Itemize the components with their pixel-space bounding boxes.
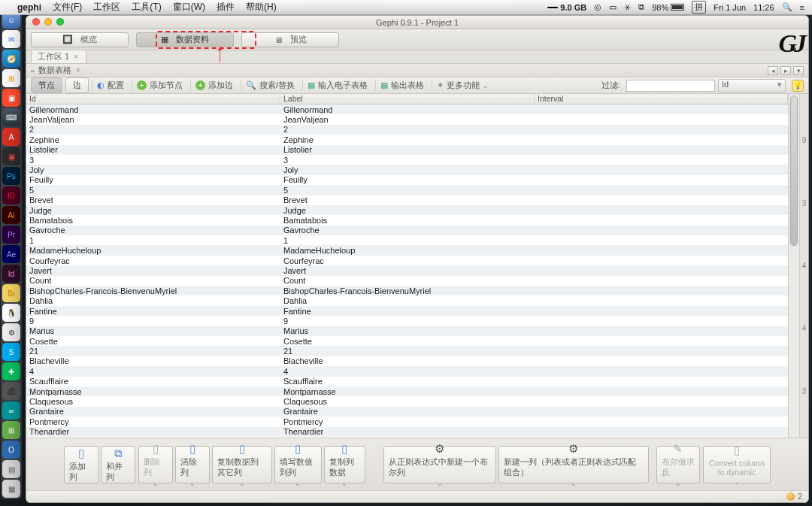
- dock-item[interactable]: 🐧: [2, 304, 20, 322]
- add-node-button[interactable]: +添加节点: [132, 80, 187, 91]
- dock-item[interactable]: ✚: [2, 362, 20, 380]
- table-row[interactable]: BrevetBrevet: [26, 195, 788, 205]
- tab-data-lab[interactable]: ▦数据资料: [136, 32, 234, 47]
- dock-item[interactable]: ⊞: [2, 69, 20, 87]
- status-ime[interactable]: 拼: [692, 1, 706, 14]
- table-row[interactable]: 22: [26, 125, 788, 135]
- menubar-app[interactable]: gephi: [17, 2, 41, 13]
- menu-window[interactable]: 窗口(W): [173, 1, 205, 14]
- menu-help[interactable]: 帮助(H): [246, 1, 277, 14]
- menu-workspace[interactable]: 工作区: [93, 1, 120, 14]
- table-row[interactable]: FantineFantine: [26, 306, 788, 316]
- nodes-tab[interactable]: 节点: [31, 77, 62, 93]
- table-row[interactable]: CountCount: [26, 276, 788, 286]
- new-column-regex-button[interactable]: ⚙新建一列（列表或者正则表达式匹配组合）: [498, 446, 649, 483]
- dock-item[interactable]: O: [2, 441, 20, 459]
- fill-column-values-button[interactable]: ▯填写数值到列: [274, 446, 322, 483]
- duplicate-column-button[interactable]: ▯复制列数据: [324, 446, 365, 483]
- dock-item[interactable]: S: [2, 343, 20, 361]
- filter-column-select[interactable]: Id▾: [718, 79, 786, 92]
- close-panel-icon[interactable]: ×: [76, 66, 80, 74]
- add-column-button[interactable]: ▯添加列: [64, 446, 98, 483]
- dock-item[interactable]: 🧭: [2, 50, 20, 68]
- edges-tab[interactable]: 边: [65, 77, 89, 93]
- close-icon[interactable]: [32, 18, 40, 26]
- dock-item[interactable]: Br: [2, 284, 20, 302]
- table-row[interactable]: JavertJavert: [26, 265, 788, 275]
- table-row[interactable]: FeuillyFeuilly: [26, 175, 788, 185]
- tab-overview[interactable]: 🔲概览: [31, 32, 129, 47]
- search-replace-button[interactable]: 🔍搜索/替换: [241, 80, 299, 91]
- table-row[interactable]: ScaufflaireScaufflaire: [26, 377, 788, 386]
- menu-file[interactable]: 文件(F): [53, 1, 82, 14]
- col-label[interactable]: Label: [280, 94, 535, 104]
- close-tab-icon[interactable]: ×: [74, 53, 78, 61]
- table-row[interactable]: CourfeyracCourfeyrac: [26, 256, 788, 265]
- panel-prev-icon[interactable]: ◂: [768, 66, 778, 75]
- dock-item[interactable]: Ae: [2, 245, 20, 263]
- vertical-scrollbar[interactable]: [788, 94, 799, 438]
- table-row[interactable]: JolyJoly: [26, 165, 788, 174]
- status-date[interactable]: Fri 1 Jun: [714, 3, 746, 12]
- table-row[interactable]: BishopCharles-Francois-BienvenuMyrielBis…: [26, 286, 788, 295]
- col-id[interactable]: Id: [26, 94, 280, 104]
- status-time[interactable]: 11:26: [753, 3, 774, 12]
- table-row[interactable]: MariusMarius: [26, 326, 788, 336]
- panel-next-icon[interactable]: ▸: [780, 66, 791, 75]
- clear-column-button[interactable]: ▯清除列: [175, 446, 210, 483]
- convert-dynamic-button[interactable]: ▯Convert columnto dynamic: [703, 446, 771, 483]
- negate-boolean-button[interactable]: ✎布尔值求反: [656, 446, 700, 483]
- dock-item[interactable]: ▦: [2, 480, 20, 498]
- merge-columns-button[interactable]: ⧉和并列: [101, 446, 135, 483]
- table-row[interactable]: JudgeJudge: [26, 205, 788, 215]
- table-row[interactable]: BamataboisBamatabois: [26, 215, 788, 225]
- dock-item[interactable]: ▤: [2, 460, 20, 478]
- dock-item[interactable]: A: [2, 128, 20, 146]
- dock-item[interactable]: ⌨: [2, 108, 20, 126]
- status-battery[interactable]: 98%: [652, 3, 684, 12]
- menu-tools[interactable]: 工具(T): [132, 1, 161, 14]
- dock-item[interactable]: ⚙: [2, 323, 20, 341]
- import-spreadsheet-button[interactable]: ▦输入电子表格: [302, 80, 372, 91]
- status-wifi-icon[interactable]: ⧉: [638, 2, 644, 12]
- dock-item[interactable]: ▣: [2, 89, 20, 107]
- table-row[interactable]: PontmercyPontmercy: [26, 417, 788, 426]
- table-row[interactable]: GrantaireGrantaire: [26, 407, 788, 417]
- table-row[interactable]: DahliaDahlia: [26, 295, 788, 305]
- dock-item[interactable]: ⊞: [2, 421, 20, 439]
- dock-item[interactable]: ∞: [2, 401, 20, 420]
- table-row[interactable]: 99: [26, 316, 788, 326]
- dock-item[interactable]: Id: [2, 265, 20, 283]
- config-button[interactable]: ◐配置: [92, 80, 129, 91]
- dock-item[interactable]: ⬛: [2, 382, 20, 400]
- more-functions-button[interactable]: ✴更多功能: [432, 80, 493, 91]
- dock-item[interactable]: ID: [2, 186, 20, 205]
- table-row[interactable]: ListolierListolier: [26, 145, 788, 155]
- table-row[interactable]: ZephineZephine: [26, 135, 788, 144]
- minimize-icon[interactable]: [44, 18, 52, 26]
- dock-item[interactable]: Ai: [2, 206, 20, 224]
- status-bluetooth-icon[interactable]: ⚹: [624, 2, 631, 12]
- col-interval[interactable]: Interval: [535, 94, 788, 104]
- status-display-icon[interactable]: ▭: [609, 2, 617, 12]
- status-menu-icon[interactable]: ≡: [800, 3, 804, 12]
- dock-item[interactable]: ▣: [2, 147, 20, 165]
- table-row[interactable]: MontparnasseMontparnasse: [26, 386, 788, 396]
- table-row[interactable]: BlachevilleBlacheville: [26, 356, 788, 366]
- dock-item[interactable]: ✉: [2, 30, 20, 48]
- tab-preview[interactable]: 🖥预览: [241, 32, 339, 47]
- table-row[interactable]: 55: [26, 185, 788, 195]
- delete-column-button[interactable]: ▯删除列: [138, 446, 173, 483]
- bulb-icon[interactable]: 💡: [792, 80, 804, 92]
- dock-item[interactable]: Ps: [2, 167, 20, 185]
- table-row[interactable]: JeanValjeanJeanValjean: [26, 114, 788, 124]
- table-row[interactable]: ThenardierThenardier: [26, 427, 788, 437]
- table-row[interactable]: CosetteCosette: [26, 336, 788, 346]
- table-row[interactable]: 11: [26, 235, 788, 245]
- status-sync-icon[interactable]: ◎: [594, 2, 601, 12]
- menu-plugin[interactable]: 插件: [217, 1, 235, 14]
- copy-to-other-column-button[interactable]: ▯复制数据到其它列: [212, 446, 272, 483]
- add-edge-button[interactable]: +添加边: [190, 80, 238, 91]
- regex-bool-column-button[interactable]: ⚙从正则表达式中新建一个布尔列: [383, 446, 496, 483]
- export-table-button[interactable]: ▦输出表格: [375, 80, 429, 91]
